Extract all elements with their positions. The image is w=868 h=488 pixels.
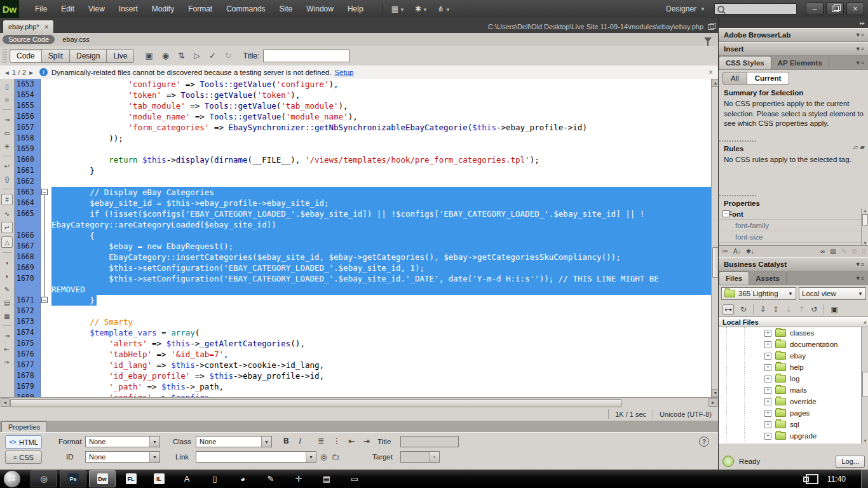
- code-text[interactable]: $this->setConfiguration('EBAY_CATEGORY_L…: [51, 262, 711, 273]
- code-text[interactable]: [51, 176, 711, 187]
- code-collapse-icon[interactable]: −: [41, 297, 48, 303]
- code-wrap-row[interactable]: REMOVED: [15, 284, 711, 295]
- business-catalyst-panel-header[interactable]: Business Catalyst▼≡: [719, 257, 868, 271]
- code-row-1674[interactable]: 1674 $template_vars = array(: [15, 327, 711, 338]
- point-to-file-icon[interactable]: ◎: [320, 452, 327, 461]
- expand-icon[interactable]: +: [764, 421, 771, 428]
- link-dropdown[interactable]: ▼: [196, 451, 316, 463]
- collapse-group-icon[interactable]: −: [722, 210, 729, 217]
- taskbar-app-flash[interactable]: FL: [118, 471, 144, 487]
- scroll-thumb[interactable]: [862, 372, 868, 397]
- apply-comment-icon[interactable]: ◖: [2, 257, 12, 268]
- balance-braces-icon[interactable]: {}: [2, 174, 12, 184]
- tree-item-sql[interactable]: +sql: [719, 419, 868, 430]
- new-css-rule-icon[interactable]: ▤: [830, 248, 836, 255]
- expand-icon[interactable]: +: [764, 364, 771, 371]
- taskbar-app-browser[interactable]: ◎: [31, 470, 57, 487]
- css-property-row[interactable]: font-family: [719, 220, 868, 231]
- panel-menu-icon[interactable]: ▼≡: [855, 275, 864, 281]
- taskbar-app-adobe[interactable]: A: [174, 471, 200, 487]
- synchronize-icon[interactable]: ↺: [811, 305, 817, 314]
- tree-item-upgrade[interactable]: +upgrade: [719, 430, 868, 442]
- panel-menu-icon[interactable]: ▼≡: [855, 60, 864, 66]
- code-collapse-icon[interactable]: −: [41, 189, 48, 195]
- css-property-row[interactable]: font-size: [719, 231, 868, 243]
- view-button-design[interactable]: Design: [69, 49, 107, 63]
- collapse-to-icons-icon[interactable]: ▸▸: [860, 20, 865, 26]
- format-source-icon[interactable]: ✑: [2, 357, 12, 367]
- indent-code-icon[interactable]: ⇥: [2, 330, 12, 341]
- tab-files[interactable]: Files: [719, 271, 749, 285]
- code-row-1678[interactable]: 1678 'id_ebay_profile' => $this->ebay_pr…: [15, 370, 711, 381]
- word-wrap-icon[interactable]: ↵: [1, 222, 13, 233]
- scroll-thumb[interactable]: [862, 214, 868, 226]
- menu-view[interactable]: View: [81, 0, 112, 18]
- browserlab-panel-header[interactable]: Adobe BrowserLab▼≡: [719, 28, 868, 42]
- tree-scrollbar[interactable]: ▼: [861, 327, 868, 444]
- show-category-view-icon[interactable]: ≔: [722, 248, 728, 255]
- scroll-left-icon[interactable]: ◂: [1, 398, 10, 407]
- code-horizontal-scrollbar[interactable]: ◂ ▸: [0, 397, 718, 408]
- expand-all-icon[interactable]: ✳: [2, 141, 12, 151]
- site-dropdown[interactable]: 365 Lighting ▼: [721, 287, 796, 300]
- code-row-1665[interactable]: 1665 if (!isset($configs['EBAY_CATEGORY_…: [15, 208, 711, 219]
- code-row-1667[interactable]: 1667 $ebay = new EbayRequest();: [15, 241, 711, 252]
- code-row-1655[interactable]: 1655 'tab_module' => Tools::getValue('ta…: [15, 100, 711, 111]
- code-text[interactable]: EbayCategory::insertCategories($ebay_sit…: [51, 252, 711, 262]
- open-documents-icon[interactable]: ▯: [2, 81, 12, 92]
- expand-icon[interactable]: +: [764, 341, 771, 348]
- tab-assets[interactable]: Assets: [749, 272, 787, 285]
- move-css-icon[interactable]: ▦: [2, 311, 12, 321]
- get-files-icon[interactable]: ⇩: [760, 305, 766, 314]
- tree-item-ebay[interactable]: +ebay: [719, 350, 868, 362]
- class-dropdown[interactable]: None▼: [196, 436, 272, 447]
- italic-button[interactable]: I: [299, 437, 301, 446]
- view-mode-dropdown[interactable]: Local view ▼: [799, 287, 866, 300]
- filter-related-files-icon[interactable]: [704, 37, 712, 42]
- refresh-icon[interactable]: ↻: [740, 305, 747, 314]
- expand-icon[interactable]: +: [764, 398, 771, 405]
- code-text[interactable]: 'token' => Tools::getValue('token'),: [51, 90, 711, 100]
- code-row-1672[interactable]: 1672: [15, 306, 711, 316]
- code-text[interactable]: 'form_categories' => EbaySynchronizer::g…: [51, 122, 711, 133]
- attach-stylesheet-icon[interactable]: ∞: [820, 248, 825, 255]
- code-row-1654[interactable]: 1654 'token' => Tools::getValue('token')…: [15, 90, 711, 100]
- start-button[interactable]: [4, 471, 20, 487]
- current-mode-button[interactable]: Current: [747, 72, 790, 85]
- hscroll-thumb[interactable]: [10, 399, 621, 407]
- format-dropdown[interactable]: None▼: [85, 436, 160, 447]
- close-button[interactable]: ×: [846, 3, 864, 15]
- select-parent-tag-icon[interactable]: ↩: [2, 161, 12, 171]
- connect-icon[interactable]: ⊶: [722, 304, 734, 315]
- view-button-code[interactable]: Code: [10, 49, 42, 63]
- code-text[interactable]: 'module_name' => Tools::getValue('module…: [51, 111, 711, 122]
- info-close-icon[interactable]: ×: [709, 68, 713, 77]
- code-row-1677[interactable]: 1677 'id_lang' => $this->context->cookie…: [15, 360, 711, 370]
- code-editor[interactable]: 1653 'configure' => Tools::getValue('con…: [15, 79, 711, 397]
- code-text[interactable]: 'id_ebay_profile' => $this->ebay_profile…: [51, 370, 711, 381]
- tree-item-mails[interactable]: +mails: [719, 384, 868, 396]
- clock[interactable]: 11:40: [827, 475, 846, 484]
- menu-help[interactable]: Help: [341, 0, 370, 18]
- code-wrap-row[interactable]: EbayCategory::areCategoryLoaded($ebay_si…: [15, 219, 711, 230]
- highlight-invalid-code-icon[interactable]: ∿: [2, 208, 12, 219]
- scroll-up-icon[interactable]: ▲: [862, 208, 868, 213]
- tree-item-help[interactable]: +help: [719, 362, 868, 373]
- taskbar-app-move[interactable]: ✛: [286, 471, 311, 487]
- code-row-1663[interactable]: 1663− // Display eBay Categories: [15, 187, 711, 198]
- layout-switcher-icon[interactable]: ▦▼: [391, 4, 405, 13]
- scroll-right-icon[interactable]: ▸: [709, 398, 717, 407]
- pager-prev-icon[interactable]: ◂: [5, 68, 9, 77]
- bold-button[interactable]: B: [283, 437, 289, 445]
- font-group-row[interactable]: − Font: [719, 208, 868, 220]
- related-file-ebay-css[interactable]: ebay.css: [62, 36, 90, 43]
- remove-comment-icon[interactable]: ◗: [2, 271, 12, 281]
- pager-next-icon[interactable]: ▸: [29, 68, 33, 77]
- code-row-1669[interactable]: 1669 $this->setConfiguration('EBAY_CATEG…: [15, 262, 711, 273]
- code-text[interactable]: $ebay_site_id = $this->ebay_profile->eba…: [51, 198, 711, 208]
- document-title-input[interactable]: [263, 50, 349, 62]
- site-manage-icon[interactable]: ⋔▼: [438, 4, 451, 13]
- menu-file[interactable]: File: [28, 0, 54, 18]
- scroll-up-icon[interactable]: ▲: [863, 320, 867, 324]
- code-row-1664[interactable]: 1664 $ebay_site_id = $this->ebay_profile…: [15, 198, 711, 208]
